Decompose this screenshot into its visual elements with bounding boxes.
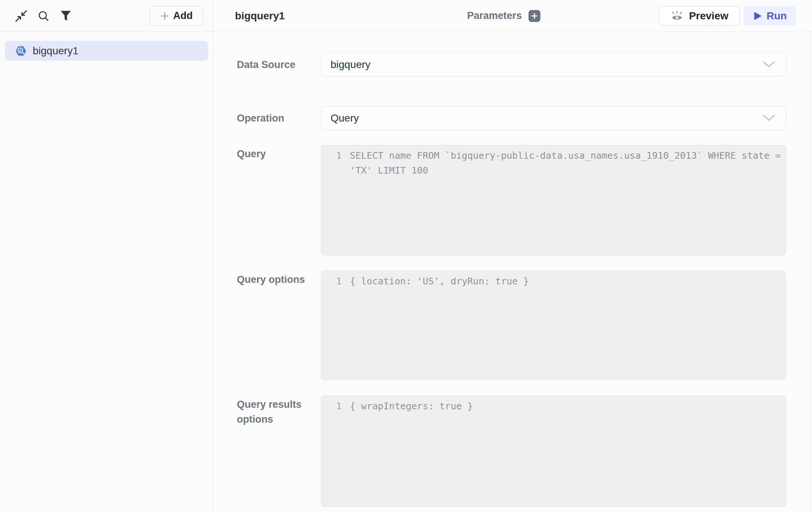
operation-value: Query — [331, 112, 763, 124]
parameters-group: Parameters — [467, 10, 540, 22]
add-button-label: Add — [173, 10, 193, 22]
form-row-data-source: Data Source bigquery — [237, 52, 812, 77]
line-number: 1 — [321, 148, 342, 163]
play-icon — [753, 12, 762, 20]
code-line: 1 { wrapIntegers: true } — [321, 399, 785, 414]
header-actions: Preview Run — [659, 6, 796, 26]
page-title: bigquery1 — [235, 10, 285, 22]
line-number: 1 — [321, 399, 342, 414]
data-source-value: bigquery — [331, 59, 763, 71]
line-number: 1 — [321, 274, 342, 289]
sidebar-item-label: bigquery1 — [33, 45, 78, 57]
chevron-down-icon — [763, 61, 775, 68]
data-source-label: Data Source — [237, 57, 321, 72]
run-button[interactable]: Run — [744, 6, 796, 26]
sidebar: Add bigquery1 — [0, 0, 213, 513]
chevron-down-icon — [763, 114, 775, 122]
collapse-sidebar-button[interactable] — [13, 8, 29, 24]
eye-icon — [670, 10, 684, 22]
add-button[interactable]: Add — [150, 6, 203, 26]
form-row-operation: Operation Query — [237, 106, 812, 130]
form-row-query-options: Query options 1 { location: 'US', dryRun… — [237, 271, 812, 380]
search-button[interactable] — [35, 8, 52, 24]
query-label: Query — [237, 145, 321, 255]
query-results-options-code-text: { wrapIntegers: true } — [350, 401, 473, 412]
data-source-select[interactable]: bigquery — [321, 52, 786, 77]
code-line: 1 SELECT name FROM `bigquery-public-data… — [321, 148, 785, 178]
run-button-label: Run — [767, 10, 787, 22]
preview-button[interactable]: Preview — [659, 6, 740, 26]
main-panel: bigquery1 Parameters — [213, 0, 812, 513]
form-row-query-results-options: Query results options 1 { wrapIntegers: … — [237, 396, 812, 507]
add-parameter-button[interactable] — [528, 10, 540, 22]
plus-icon — [160, 12, 169, 20]
form-row-query: Query 1 SELECT name FROM `bigquery-publi… — [237, 145, 812, 255]
query-options-code-text: { location: 'US', dryRun: true } — [350, 276, 529, 287]
filter-button[interactable] — [58, 8, 74, 24]
main-header: bigquery1 Parameters — [213, 0, 812, 32]
query-form: Data Source bigquery Operation Query Que… — [237, 52, 812, 507]
operation-select[interactable]: Query — [321, 106, 786, 130]
query-options-code-editor[interactable]: 1 { location: 'US', dryRun: true } — [321, 271, 786, 380]
sidebar-item-bigquery1[interactable]: bigquery1 — [5, 41, 208, 61]
search-icon — [38, 10, 49, 22]
query-code-editor[interactable]: 1 SELECT name FROM `bigquery-public-data… — [321, 145, 786, 255]
filter-icon — [61, 10, 71, 22]
query-options-label: Query options — [237, 271, 321, 380]
query-code-text: SELECT name FROM `bigquery-public-data.u… — [350, 150, 781, 176]
sidebar-header: Add — [0, 0, 213, 32]
query-list: bigquery1 — [0, 32, 213, 61]
code-line: 1 { location: 'US', dryRun: true } — [321, 274, 785, 289]
bigquery-icon — [14, 45, 28, 57]
query-results-options-code-editor[interactable]: 1 { wrapIntegers: true } — [321, 396, 786, 507]
plus-icon — [531, 13, 538, 19]
query-results-options-label: Query results options — [237, 396, 321, 507]
collapse-icon — [15, 10, 28, 22]
preview-button-label: Preview — [689, 10, 728, 22]
parameters-label: Parameters — [467, 10, 522, 22]
operation-label: Operation — [237, 111, 321, 126]
